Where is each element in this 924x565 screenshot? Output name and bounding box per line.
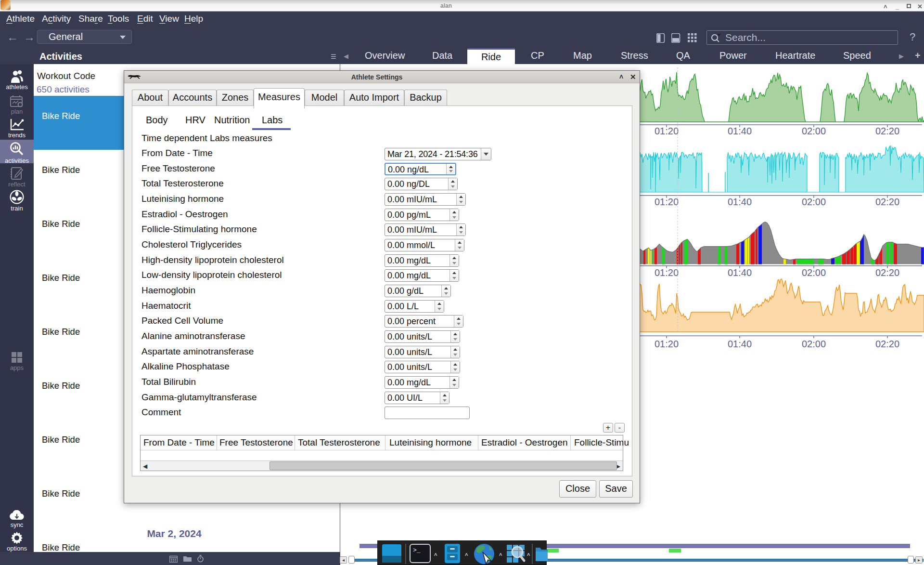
svg-text:02:00: 02:00	[802, 339, 826, 349]
svg-text:01:20: 01:20	[654, 197, 679, 207]
svg-text:02:20: 02:20	[875, 126, 899, 136]
svg-text:01:20: 01:20	[654, 267, 679, 278]
svg-text:02:00: 02:00	[802, 267, 826, 278]
svg-text:>_: >_	[413, 547, 421, 554]
svg-text:02:20: 02:20	[875, 197, 899, 207]
svg-text:02:20: 02:20	[875, 267, 899, 278]
svg-text:02:00: 02:00	[802, 126, 826, 136]
svg-text:02:20: 02:20	[875, 339, 899, 349]
svg-text:01:20: 01:20	[654, 339, 679, 349]
svg-text:01:40: 01:40	[728, 339, 752, 349]
svg-text:02:00: 02:00	[802, 197, 826, 207]
svg-text:01:20: 01:20	[654, 126, 679, 136]
svg-text:01:40: 01:40	[728, 197, 752, 207]
svg-text:01:40: 01:40	[728, 267, 752, 278]
svg-text:01:40: 01:40	[728, 126, 752, 136]
